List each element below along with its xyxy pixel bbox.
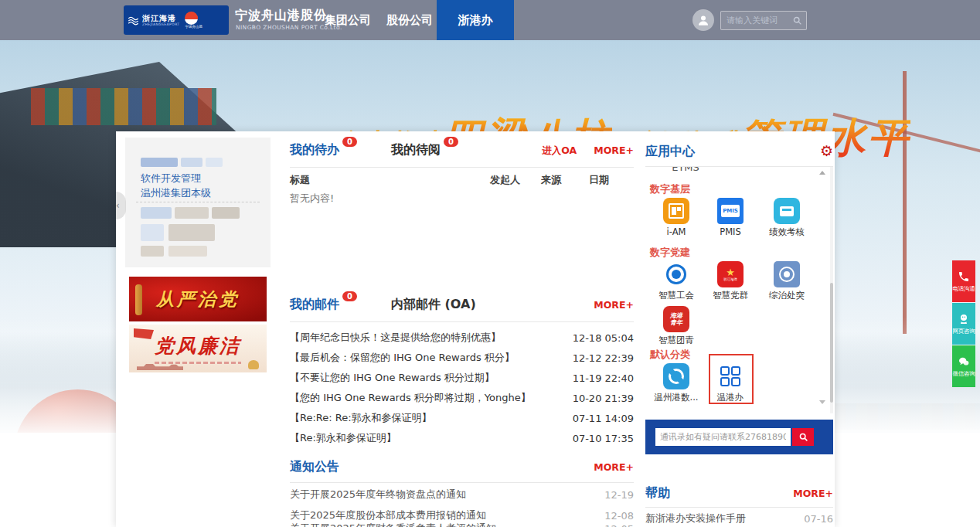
tab-my-toread[interactable]: 我的待阅 [391,142,441,158]
wave-logo-icon [128,15,139,26]
company-logo[interactable]: 浙江海港 ZHEJIANGSEAPORT 宁波舟山港 [124,5,229,35]
mascot-icon [958,313,970,325]
user-avatar[interactable] [692,9,714,31]
nav-tab-share-company[interactable]: 股份公司 [385,0,434,40]
youth-icon: 海港青年 [663,306,689,332]
app-zongzhichutu[interactable]: 综治处突 [762,261,812,301]
sidebar-link-software-dev[interactable]: 软件开发管理 [141,172,201,185]
notice-item[interactable]: 关于开展2025年度财务委派负责人考评的通知 12-05 [290,522,634,527]
todo-badge: 0 [342,137,357,147]
nav-tab-zhegangban[interactable]: 浙港办 [437,0,514,40]
notice-item[interactable]: 关于开展2025年度年终物资盘点的通知 12-19 [290,488,634,502]
app-etms-label[interactable]: ETMS [662,167,709,173]
notice-more-link[interactable]: MORE+ [594,461,634,473]
pmis-icon: PMIS [717,198,744,224]
mail-item[interactable]: 【最后机会：保留您的 IHG One Rewards 积分】 12-12 22:… [290,351,634,365]
search-icon [798,432,808,442]
user-info-card: 软件开发管理 温州港集团本级 [125,138,271,267]
brand-title: 宁波舟山港股份 [235,8,327,24]
redacted-block [141,246,164,257]
recycle-icon [663,363,689,389]
contact-search-panel [645,420,833,454]
tab-my-todo[interactable]: 我的待办 [290,142,339,158]
redacted-block [168,246,207,257]
mail-item[interactable]: 【您的 IHG One Rewards 积分即将过期，Yonghe】 10-20… [290,391,634,405]
party-icon: ★ 浙江海港 [717,261,744,287]
sun-logo-icon [185,12,198,25]
notice-item[interactable]: 关于2025年度股份本部成本费用报销的通知 12-08 [290,508,634,522]
middle-column: 我的待办 0 我的待阅 0 进入OA MORE+ 标题 发起人 来源 日期 暂无… [290,131,634,527]
redacted-block [206,158,223,167]
category-default: 默认分类 [650,348,690,362]
col-date: 日期 [589,173,634,187]
mail-more-link[interactable]: MORE+ [594,299,634,311]
col-source: 来源 [541,173,589,187]
app-center-column: 应用中心 ⚙ ETMS 数字基层 i-AM PMIS [645,131,833,527]
category-digital-party: 数字党建 [650,246,690,260]
contact-search-input[interactable] [655,428,791,446]
containers-photo-shape [31,88,216,125]
contact-float-buttons: 电话沟通 网页咨询 微信咨询 [952,260,975,388]
app-iam[interactable]: i-AM [652,198,701,237]
web-consult-button[interactable]: 网页咨询 [952,303,975,345]
nav-tab-group-company[interactable]: 集团公司 [323,0,373,40]
scroll-down-icon[interactable] [819,400,825,404]
app-wenzhougangshu[interactable]: 温州港数... [652,363,701,403]
poster1-text: 从严治党 [156,287,240,311]
help-title: 帮助 [645,485,670,502]
party-poster-1[interactable]: 从严治党 [129,277,267,321]
app-pmis[interactable]: PMIS PMIS [706,198,755,237]
tab-internal-mail[interactable]: 内部邮件 (OA) [391,297,476,313]
phone-contact-button[interactable]: 电话沟通 [952,260,975,302]
performance-icon [774,198,800,224]
app-zhihuigonghui[interactable]: 智慧工会 [652,261,701,301]
mail-item[interactable]: 【不要让您的 IHG One Rewards 积分过期】 11-19 22:40 [290,371,634,385]
person-icon [696,13,710,27]
todo-empty-text: 暂无内容! [290,192,334,206]
notice-title: 通知公告 [290,459,339,475]
crane-photo-shape [903,71,907,334]
col-initiator: 发起人 [490,173,541,187]
col-title: 标题 [290,173,490,187]
wechat-consult-button[interactable]: 微信咨询 [952,345,975,387]
mail-item[interactable]: 【周年纪念日快乐！这是提供给您的特别优惠】 12-18 05:04 [290,331,634,345]
app-jixiaokaohe[interactable]: 绩效考核 [762,198,812,238]
mail-item[interactable]: 【Re:Re: Re:郭永和参保证明】 07-11 14:09 [290,411,634,425]
help-more-link[interactable]: MORE+ [793,488,833,499]
scroll-up-icon[interactable] [819,171,825,175]
sidebar-link-wenzhou-group[interactable]: 温州港集团本级 [141,186,211,200]
emblem-icon [774,261,800,287]
union-icon [663,261,689,287]
redacted-block [141,207,172,219]
redacted-block [175,207,209,219]
redacted-block [181,158,202,167]
main-content: 软件开发管理 温州港集团本级 ‹ 从严治党 党风廉洁 [116,131,835,527]
search-icon[interactable] [792,15,802,26]
global-search-input[interactable] [725,15,792,26]
iam-icon [663,198,689,224]
redacted-block [141,158,178,167]
app-center-title: 应用中心 [645,144,695,160]
apps-scrollbar-thumb[interactable] [830,283,833,403]
top-navbar: 浙江海港 ZHEJIANGSEAPORT 宁波舟山港 宁波舟山港股份 NINGB… [0,0,980,40]
tab-my-mail[interactable]: 我的邮件 [290,297,339,313]
redacted-block [168,224,215,241]
todo-more-link[interactable]: MORE+ [594,144,634,156]
redacted-block [141,224,164,241]
phone-icon [958,270,970,283]
mail-badge: 0 [342,291,357,301]
enter-oa-link[interactable]: 进入OA [542,144,577,158]
flag-icon [134,328,154,339]
category-digital-base: 数字基层 [650,182,690,196]
party-poster-2[interactable]: 党风廉洁 [129,325,267,372]
mail-item[interactable]: 【Re:郭永和参保证明】 07-10 17:35 [290,431,634,445]
todo-table-header: 标题 发起人 来源 日期 [290,173,634,187]
gear-icon[interactable]: ⚙ [820,144,833,158]
app-zhihuituanqing[interactable]: 海港青年 智慧团青 [652,306,701,346]
contact-search-button[interactable] [792,428,814,446]
logo-en-text: ZHEJIANGSEAPORT [142,22,179,27]
help-item[interactable]: 新浙港办安装操作手册 07-16 [645,512,833,525]
logo-zh-text: 浙江海港 [142,14,179,22]
app-zhihuidangqun[interactable]: ★ 浙江海港 智慧党群 [706,261,755,301]
logo-sub-text: 宁波舟山港 [185,25,202,29]
